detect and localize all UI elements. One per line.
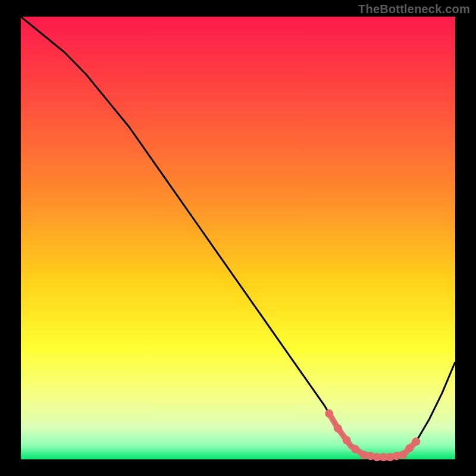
highlight-dot — [334, 424, 342, 433]
highlight-dot — [412, 437, 420, 446]
highlight-dot — [343, 436, 351, 444]
highlight-dot — [399, 451, 407, 459]
plot-background — [21, 17, 455, 459]
chart-frame: TheBottleneck.com — [0, 0, 476, 476]
highlight-dot — [405, 444, 414, 452]
bottleneck-chart — [0, 0, 476, 476]
highlight-dot — [351, 445, 359, 453]
highlight-dot — [325, 409, 333, 418]
